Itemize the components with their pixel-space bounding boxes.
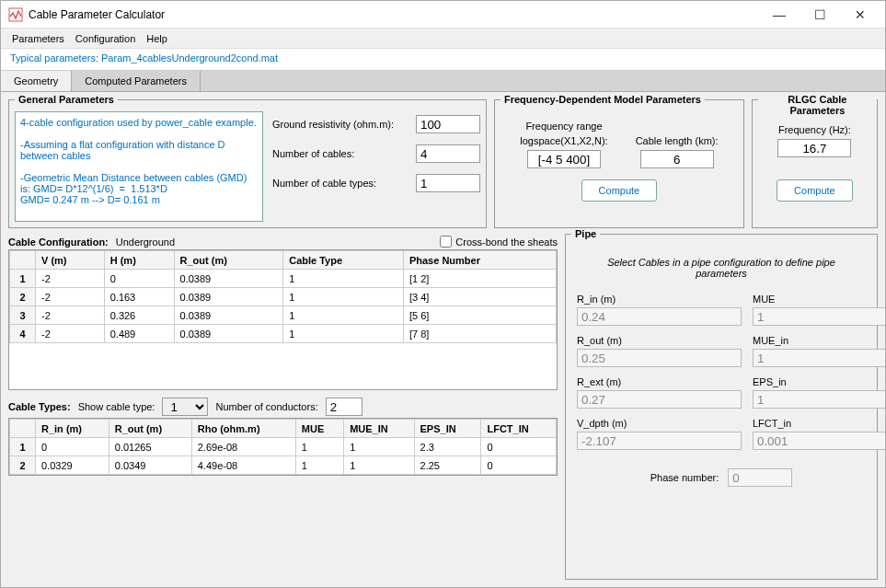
number-of-cable-types-input[interactable] — [416, 174, 480, 192]
titlebar: Cable Parameter Calculator — ☐ ✕ — [1, 1, 885, 29]
general-parameters-panel: General Parameters 4-cable configuration… — [8, 99, 487, 228]
cable-length-label: Cable length (km): — [636, 135, 719, 146]
pipe-rin-input — [577, 307, 742, 326]
pipe-rext-input — [577, 390, 742, 409]
number-of-cables-label: Number of cables: — [272, 148, 410, 159]
table-row: 2-20.1630.03891[3 4] — [10, 288, 557, 306]
pipe-mue-input — [753, 307, 885, 326]
pipe-note: Select Cables in a pipe configuration to… — [577, 249, 866, 294]
app-window: Cable Parameter Calculator — ☐ ✕ Paramet… — [0, 0, 886, 588]
pipe-title: Pipe — [571, 228, 600, 239]
pipe-lfctin-input — [753, 432, 885, 450]
cable-types-label: Cable Types: — [8, 401, 71, 412]
cable-types-table[interactable]: R_in (m) R_out (m) Rho (ohm.m) MUE MUE_I… — [8, 418, 558, 476]
ground-resistivity-input[interactable] — [416, 115, 480, 133]
notes-textarea[interactable]: 4-cable configuration used by power_cabl… — [15, 111, 263, 222]
tab-computed-parameters[interactable]: Computed Parameters — [72, 71, 201, 91]
rlgc-title: RLGC Cable Parameters — [758, 94, 877, 116]
tab-geometry[interactable]: Geometry — [1, 71, 72, 91]
minimize-button[interactable]: — — [765, 4, 793, 26]
rlgc-freq-input[interactable] — [777, 139, 851, 157]
rlgc-compute-button[interactable]: Compute — [777, 179, 853, 202]
cable-config-label: Cable Configuration: — [8, 236, 109, 248]
table-row: 4-20.4890.03891[7 8] — [10, 325, 557, 343]
freq-range-label2: logspace(X1,X2,N): — [520, 135, 607, 146]
window-title: Cable Parameter Calculator — [29, 8, 765, 21]
maximize-button[interactable]: ☐ — [806, 4, 834, 26]
show-cable-type-select[interactable]: 1 — [162, 398, 208, 416]
pipe-vdpth-input — [577, 432, 742, 450]
menu-parameters[interactable]: Parameters — [8, 31, 68, 46]
pipe-phase-input — [728, 468, 792, 487]
typical-parameters-link[interactable]: Typical parameters: Param_4cablesUndergr… — [1, 49, 885, 71]
table-row: 1-200.03891[1 2] — [10, 270, 557, 288]
tab-row: Geometry Computed Parameters — [1, 71, 885, 92]
freq-range-input[interactable] — [527, 150, 601, 168]
general-title: General Parameters — [15, 94, 118, 105]
cable-config-table[interactable]: V (m) H (m) R_out (m) Cable Type Phase N… — [8, 249, 558, 390]
pipe-panel: Pipe Select Cables in a pipe configurati… — [565, 234, 878, 580]
freq-compute-button[interactable]: Compute — [581, 179, 658, 202]
close-button[interactable]: ✕ — [846, 4, 874, 26]
freq-title: Frequency-Dependent Model Parameters — [501, 94, 705, 105]
ground-resistivity-label: Ground resistivity (ohm.m): — [272, 119, 410, 130]
table-row: 100.012652.69e-08112.30 — [10, 438, 557, 456]
pipe-phase-label: Phase number: — [650, 472, 719, 483]
show-cable-type-label: Show cable type: — [78, 401, 155, 412]
number-of-cables-input[interactable] — [416, 144, 480, 163]
table-row: 3-20.3260.03891[5 6] — [10, 306, 557, 325]
pipe-rout-input — [577, 349, 742, 367]
menu-help[interactable]: Help — [143, 31, 171, 46]
number-of-cable-types-label: Number of cable types: — [272, 178, 410, 189]
menubar: Parameters Configuration Help — [1, 29, 885, 49]
pipe-muein-input — [753, 349, 885, 367]
pipe-epsin-input — [753, 390, 885, 409]
rlgc-freq-label: Frequency (Hz): — [758, 124, 871, 135]
app-icon — [8, 7, 23, 22]
freq-range-label1: Frequency range — [525, 121, 602, 132]
table-row: 20.03290.03494.49e-08112.250 — [10, 456, 557, 475]
crossbond-label: Cross-bond the sheats — [455, 236, 558, 248]
menu-configuration[interactable]: Configuration — [72, 31, 139, 46]
cable-config-type: Underground — [116, 236, 175, 248]
num-conductors-input[interactable] — [326, 398, 362, 416]
num-conductors-label: Number of conductors: — [215, 401, 317, 412]
cable-length-input[interactable] — [640, 150, 714, 168]
rlgc-panel: RLGC Cable Parameters Frequency (Hz): Co… — [752, 99, 878, 228]
crossbond-checkbox[interactable] — [440, 236, 452, 248]
frequency-dependent-panel: Frequency-Dependent Model Parameters Fre… — [494, 99, 744, 228]
